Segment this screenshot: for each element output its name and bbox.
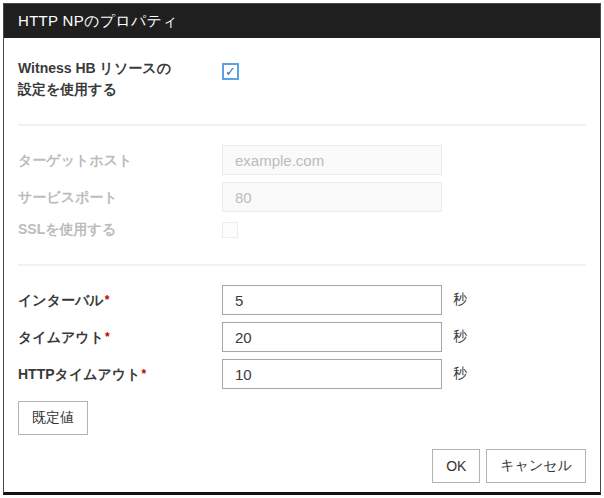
section-divider-bottom — [18, 264, 586, 266]
interval-label: インターバル* — [18, 290, 222, 311]
required-asterisk: * — [142, 367, 147, 381]
http-timeout-input[interactable] — [222, 359, 442, 389]
use-ssl-row: SSLを使用する — [18, 219, 586, 240]
default-values-button[interactable]: 既定値 — [18, 401, 88, 435]
target-host-label: ターゲットホスト — [18, 150, 222, 171]
dialog-footer: OK キャンセル — [18, 449, 586, 483]
http-timeout-unit-label: 秒 — [453, 365, 467, 383]
ok-button[interactable]: OK — [432, 449, 480, 483]
interval-input[interactable] — [222, 285, 442, 315]
service-port-input[interactable] — [222, 182, 442, 212]
use-ssl-checkbox[interactable] — [222, 222, 238, 238]
interval-row: インターバル* 秒 — [18, 285, 586, 315]
interval-unit-label: 秒 — [453, 291, 467, 309]
required-asterisk: * — [105, 330, 110, 344]
http-timeout-label: HTTPタイムアウト* — [18, 364, 222, 385]
dialog-body: Witness HB リソースの 設定を使用する ✓ ターゲットホスト サービス… — [4, 38, 600, 483]
target-host-input[interactable] — [222, 145, 442, 175]
witness-label-line1: Witness HB リソースの — [18, 60, 171, 76]
section-divider-top — [18, 124, 586, 126]
timeout-input[interactable] — [222, 322, 442, 352]
timeout-row: タイムアウト* 秒 — [18, 322, 586, 352]
required-asterisk: * — [105, 293, 110, 307]
timeout-label: タイムアウト* — [18, 327, 222, 348]
witness-setting-label: Witness HB リソースの 設定を使用する — [18, 58, 222, 100]
checkmark-icon: ✓ — [225, 65, 236, 78]
host-settings-group: ターゲットホスト サービスポート SSLを使用する — [18, 145, 586, 240]
target-host-row: ターゲットホスト — [18, 145, 586, 175]
witness-label-line2: 設定を使用する — [18, 81, 117, 97]
witness-setting-checkbox[interactable]: ✓ — [222, 63, 239, 80]
http-timeout-row: HTTPタイムアウト* 秒 — [18, 359, 586, 389]
use-ssl-label: SSLを使用する — [18, 219, 222, 240]
timing-settings-group: インターバル* 秒 タイムアウト* 秒 HTTPタイムアウト* 秒 — [18, 285, 586, 389]
witness-setting-row: Witness HB リソースの 設定を使用する ✓ — [18, 58, 586, 100]
timeout-unit-label: 秒 — [453, 328, 467, 346]
service-port-row: サービスポート — [18, 182, 586, 212]
http-np-properties-dialog: HTTP NPのプロパティ Witness HB リソースの 設定を使用する ✓… — [3, 3, 601, 495]
cancel-button[interactable]: キャンセル — [486, 449, 586, 483]
dialog-title: HTTP NPのプロパティ — [4, 4, 600, 38]
service-port-label: サービスポート — [18, 187, 222, 208]
